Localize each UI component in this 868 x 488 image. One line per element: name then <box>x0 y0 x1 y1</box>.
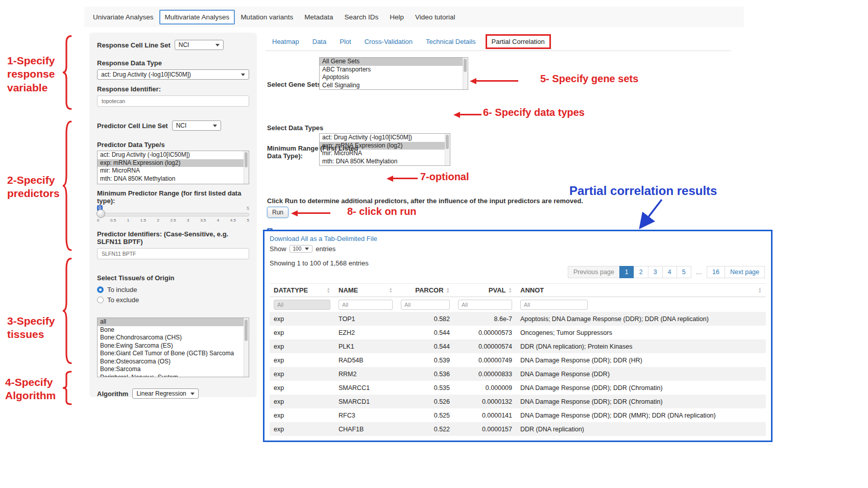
list-option[interactable]: Cell Signaling <box>320 82 468 90</box>
tissue-list[interactable]: allBoneBone:Chondrosarcoma (CHS)Bone:Ewi… <box>97 318 249 377</box>
page-button[interactable]: Previous page <box>568 266 620 278</box>
table-row[interactable]: exp PLK1 0.544 0.00000574 DDR (DNA repli… <box>270 339 766 353</box>
filter-pval-input[interactable] <box>458 300 512 310</box>
tissue-exclude-option[interactable]: To exclude <box>97 296 249 304</box>
filter-annot-input[interactable] <box>520 300 588 310</box>
column-header[interactable]: PVAL ▲▼ <box>454 283 516 297</box>
page-button[interactable]: 2 <box>634 266 648 278</box>
nav-item[interactable]: Metadata <box>299 10 339 25</box>
table-row[interactable]: exp TOP1 0.582 8.6e-7 Apoptosis; DNA Dam… <box>270 312 766 326</box>
list-option[interactable]: ABC Transporters <box>320 66 468 74</box>
table-row[interactable]: exp RRM2 0.536 0.00000833 DNA Damage Res… <box>270 367 766 381</box>
radio-exclude[interactable] <box>97 297 104 303</box>
nav-item[interactable]: Search IDs <box>339 10 384 25</box>
list-option[interactable]: Bone:Sarcoma <box>98 365 249 374</box>
list-option[interactable]: all <box>98 318 249 326</box>
table-row[interactable]: exp RAD54B 0.539 0.00000749 DNA Damage R… <box>270 353 766 367</box>
chevron-down-icon <box>213 125 217 127</box>
filter-parcor-input[interactable] <box>401 300 450 310</box>
tissue-include-option[interactable]: To include <box>97 286 249 294</box>
scrollbar[interactable] <box>244 318 249 377</box>
arrow-run <box>291 210 330 216</box>
nav-item[interactable]: Multivariate Analyses <box>159 10 235 25</box>
algorithm-label: Algorithm <box>97 390 128 398</box>
result-tab[interactable]: Data <box>306 35 333 48</box>
response-cell-line-set-select[interactable]: NCI <box>175 40 224 50</box>
column-header[interactable]: NAME ▲▼ <box>334 283 397 297</box>
scrollbar[interactable] <box>445 134 450 165</box>
list-option[interactable]: All Gene Sets <box>320 58 468 66</box>
list-option[interactable]: Bone:Chondrosarcoma (CHS) <box>98 334 249 342</box>
result-tab[interactable]: Heatmap <box>266 35 306 48</box>
scrollbar[interactable] <box>244 151 249 184</box>
page-button[interactable]: 3 <box>648 266 663 278</box>
min-predictor-range-slider[interactable]: 0 5 00.511.522.533.544.55 <box>97 207 249 224</box>
page-button[interactable]: 5 <box>677 266 691 278</box>
slider-tick: 3.5 <box>200 218 206 223</box>
sort-icon[interactable]: ▲▼ <box>758 287 762 293</box>
cell-datatype: exp <box>270 398 334 405</box>
predictor-cell-line-set-select[interactable]: NCI <box>172 120 221 131</box>
result-tab[interactable]: Partial Correlation <box>486 34 551 49</box>
annotation-step4: 4-Specify Algorithm <box>5 376 63 403</box>
list-option[interactable]: Peripheral_Nervous_System <box>98 374 249 378</box>
page-button[interactable]: 16 <box>707 266 725 278</box>
list-option[interactable]: Apoptosis <box>320 74 468 82</box>
sort-icon[interactable]: ▲▼ <box>446 287 450 293</box>
nav-item[interactable]: Univariate Analyses <box>87 10 159 25</box>
algorithm-select[interactable]: Linear Regression <box>132 388 199 399</box>
min-range-label: Minimum Range (First Listed Data Type): <box>267 144 367 160</box>
run-button[interactable]: Run <box>267 207 288 218</box>
filter-datatype-input[interactable] <box>274 300 330 310</box>
column-header-label: PVAL <box>489 286 506 294</box>
list-option[interactable]: mth: DNA 850K Methylation <box>98 175 249 183</box>
page-button[interactable]: … <box>691 266 708 278</box>
column-header[interactable]: ANNOT ▲▼ <box>516 283 766 297</box>
filter-name-input[interactable] <box>339 300 393 310</box>
list-option[interactable]: Bone <box>98 326 249 334</box>
response-identifier-input[interactable]: topotecan <box>97 95 249 107</box>
slider-handle[interactable] <box>97 209 105 218</box>
table-row[interactable]: exp SMARCD1 0.526 0.0000132 DNA Damage R… <box>270 395 766 408</box>
column-header[interactable]: PARCOR ▲▼ <box>397 283 454 297</box>
slider-track[interactable] <box>97 213 249 216</box>
result-tab[interactable]: Plot <box>333 35 357 48</box>
download-link[interactable]: Download All as a Tab-Delimited File <box>270 235 377 242</box>
nav-item[interactable]: Video tutorial <box>409 10 461 25</box>
response-data-type-select[interactable]: act: Drug Activity (-log10[IC50M]) <box>97 69 249 80</box>
column-header[interactable]: DATATYPE ▲▼ <box>270 283 334 297</box>
sort-icon[interactable]: ▲▼ <box>327 287 330 293</box>
cell-parcor: 0.544 <box>397 329 454 336</box>
results-table: DATATYPE ▲▼ NAME ▲▼ PARCOR ▲▼ PVAL <box>270 283 766 436</box>
list-option[interactable]: Bone:Ewing Sarcoma (ES) <box>98 342 249 350</box>
cell-annot: Oncogenes; Tumor Suppressors <box>516 329 766 336</box>
table-row[interactable]: exp CHAF1B 0.522 0.0000157 DDR (DNA repl… <box>270 422 766 436</box>
result-tab[interactable]: Cross-Validation <box>358 35 419 48</box>
nav-item[interactable]: Mutation variants <box>235 10 299 25</box>
sort-icon[interactable]: ▲▼ <box>509 287 512 293</box>
radio-include[interactable] <box>97 286 104 293</box>
gene-sets-list[interactable]: All Gene SetsABC TransportersApoptosisCe… <box>319 57 468 90</box>
slider-tick: 1 <box>127 218 129 223</box>
page-button[interactable]: 1 <box>619 266 634 278</box>
page-button[interactable]: 4 <box>662 266 677 278</box>
scrollbar[interactable] <box>463 58 468 89</box>
slider-tick: 1.5 <box>140 218 146 223</box>
predictor-identifiers-input[interactable]: SLFN11 BPTF <box>97 248 249 259</box>
predictor-data-types-list[interactable]: act: Drug Activity (-log10[IC50M])exp: m… <box>97 151 249 184</box>
table-row[interactable]: exp SMARCC1 0.535 0.000009 DNA Damage Re… <box>270 381 766 395</box>
list-option[interactable]: exp: mRNA Expression (log2) <box>98 159 249 167</box>
predictor-data-types-label: Predictor Data Type/s <box>97 141 249 149</box>
nav-item[interactable]: Help <box>384 10 409 25</box>
table-row[interactable]: exp EZH2 0.544 0.00000573 Oncogenes; Tum… <box>270 326 766 339</box>
table-row[interactable]: exp RFC3 0.525 0.0000141 DNA Damage Resp… <box>270 408 766 422</box>
list-option[interactable]: act: Drug Activity (-log10[IC50M]) <box>320 134 450 142</box>
sort-icon[interactable]: ▲▼ <box>389 287 393 293</box>
list-option[interactable]: Bone:Giant Cell Tumor of Bone (GCTB) Sar… <box>98 350 249 358</box>
list-option[interactable]: mir: MicroRNA <box>98 167 249 175</box>
list-option[interactable]: Bone:Osteosarcoma (OS) <box>98 358 249 366</box>
result-tab[interactable]: Technical Details <box>419 35 483 48</box>
page-button[interactable]: Next page <box>725 266 765 278</box>
list-option[interactable]: act: Drug Activity (-log10[IC50M]) <box>98 151 249 159</box>
page-size-select[interactable]: 100 <box>290 245 313 253</box>
